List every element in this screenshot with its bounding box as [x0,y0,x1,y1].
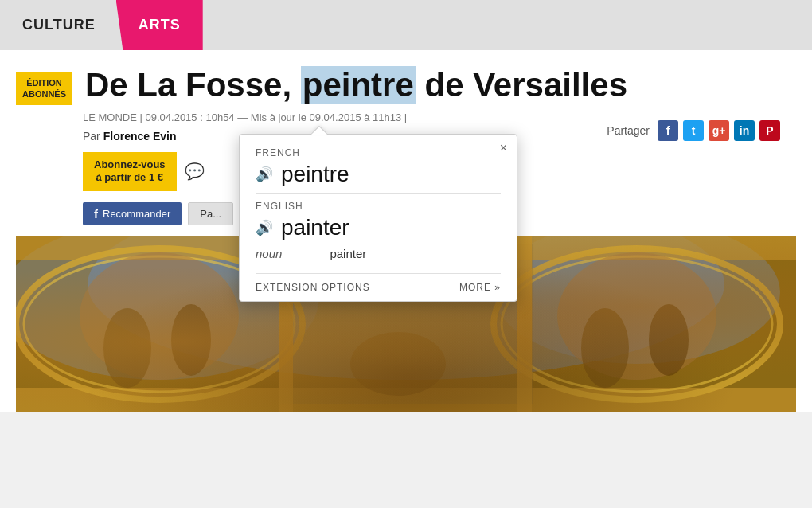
popup-arrow [311,127,327,135]
author-prefix: Par [83,130,103,143]
popup-target-word: painter [281,215,349,240]
title-before: De La Fosse, [85,66,301,104]
translation-popup: × FRENCH 🔊 peintre ENGLISH 🔊 painter nou… [239,134,517,302]
share-twitter-btn[interactable]: t [683,120,704,141]
popup-divider-1 [256,193,501,194]
nav-arts[interactable]: ARTS [116,0,203,50]
popup-target-word-row: 🔊 painter [256,215,501,240]
share-pinterest-btn[interactable]: P [759,120,780,141]
popup-noun-value: painter [330,247,366,260]
more-button[interactable]: MORE » [459,282,501,293]
share-linkedin-btn[interactable]: in [734,120,755,141]
recommend-button[interactable]: f Recommander [83,202,182,225]
article-separator: — Mis à jour le [237,111,306,123]
popup-source-word-row: 🔊 peintre [256,162,501,187]
share-label: Partager [607,124,650,137]
subscribe-line1: Abonnez-vous [94,158,166,172]
edition-badge: ÉDITION ABONNÉS [16,72,72,105]
title-after: de Versailles [416,66,627,104]
edition-badge-line2: ABONNÉS [22,88,66,100]
recommend-label: Recommander [103,208,170,220]
subscribe-line2: à partir de 1 € [94,171,166,185]
subscribe-button[interactable]: Abonnez-vous à partir de 1 € [83,152,177,192]
article-source: LE MONDE [83,111,137,123]
nav-bar: CULTURE ARTS [0,0,812,50]
extension-options-button[interactable]: EXTENSION OPTIONS [256,282,370,293]
edition-badge-line1: ÉDITION [22,77,66,88]
popup-source-word: peintre [281,162,349,187]
fb-icon: f [94,207,98,221]
popup-noun-label: noun [256,247,282,260]
target-speaker-icon[interactable]: 🔊 [256,219,273,236]
author-name: Florence Evin [103,130,177,143]
popup-footer: EXTENSION OPTIONS MORE » [256,273,501,301]
article-date2: 09.04.2015 [310,111,361,123]
share-googleplus-btn[interactable]: g+ [709,120,729,141]
share-facebook-btn[interactable]: f [658,120,678,141]
article-date: 09.04.2015 [146,111,197,123]
popup-noun-row: noun painter [256,247,501,260]
popup-close-button[interactable]: × [500,141,507,155]
article-time2: 11h13 [373,111,401,123]
header-row: ÉDITION ABONNÉS De La Fosse, peintre de … [16,66,796,105]
article-time1: 10h54 [205,111,234,123]
partager-button[interactable]: Pa... [188,202,233,225]
popup-target-lang: ENGLISH [256,201,501,212]
source-speaker-icon[interactable]: 🔊 [256,166,273,183]
comment-button[interactable]: 💬 [185,162,205,181]
popup-source-lang: FRENCH [256,147,501,158]
title-highlighted: peintre [301,66,416,104]
nav-culture[interactable]: CULTURE [0,0,118,50]
article-title: De La Fosse, peintre de Versailles [85,66,796,104]
